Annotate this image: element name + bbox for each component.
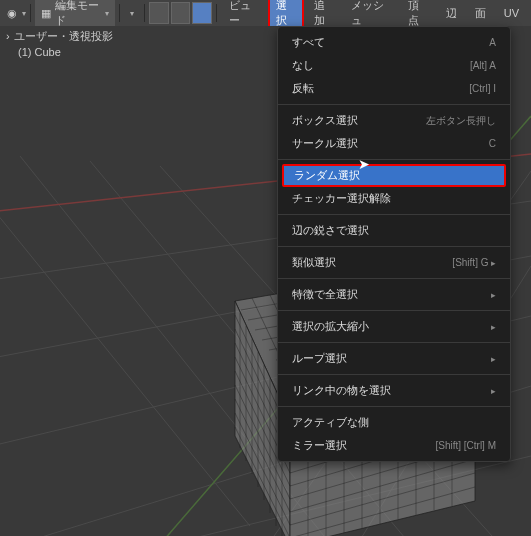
menu-item-loop[interactable]: ループ選択▸ [278,347,510,370]
header-toolbar: ◉ ▾ ▦ 編集モード ▾ ▾ ビュー 選択 追加 メッシュ 頂点 辺 面 UV [0,0,531,27]
menu-item-checker-deselect[interactable]: チェッカー選択解除 [278,187,510,210]
dropdown-icon[interactable]: ▾ [124,4,140,22]
menu-item-all[interactable]: すべてA [278,31,510,54]
menu-item-box-select[interactable]: ボックス選択左ボタン長押し [278,109,510,132]
menu-face[interactable]: 面 [467,2,494,25]
menu-item-mirror[interactable]: ミラー選択[Shift] [Ctrl] M [278,434,510,457]
menu-item-linked[interactable]: リンク中の物を選択▸ [278,379,510,402]
chevron-down-icon: ▾ [105,9,109,18]
face-select-mode[interactable] [192,2,212,24]
menu-item-random-select[interactable]: ランダム選択 [282,164,506,187]
svg-line-0 [0,156,250,526]
menu-item-all-by-trait[interactable]: 特徴で全選択▸ [278,283,510,306]
menu-item-similar[interactable]: 類似選択[Shift] G ▸ [278,251,510,274]
menu-item-invert[interactable]: 反転[Ctrl] I [278,77,510,100]
edit-mode-icon: ▦ [41,7,51,20]
menu-edge[interactable]: 辺 [438,2,465,25]
vertex-select-mode[interactable] [149,2,169,24]
select-menu-dropdown: すべてA なし[Alt] A 反転[Ctrl] I ボックス選択左ボタン長押し … [277,26,511,462]
menu-item-circle-select[interactable]: サークル選択C [278,132,510,155]
submenu-arrow-icon: ▸ [491,386,496,396]
menu-item-none[interactable]: なし[Alt] A [278,54,510,77]
menu-item-active-side[interactable]: アクティブな側 [278,411,510,434]
editor-type-icon[interactable]: ◉ [4,4,20,22]
chevron-down-icon[interactable]: ▾ [22,9,26,18]
menu-item-sharp-edges[interactable]: 辺の鋭さで選択 [278,219,510,242]
submenu-arrow-icon: ▸ [491,322,496,332]
menu-uv[interactable]: UV [496,3,527,23]
submenu-arrow-icon: ▸ [488,258,496,268]
edge-select-mode[interactable] [171,2,191,24]
mode-label: 編集モード [55,0,101,28]
submenu-arrow-icon: ▸ [491,354,496,364]
menu-item-more-less[interactable]: 選択の拡大縮小▸ [278,315,510,338]
submenu-arrow-icon: ▸ [491,290,496,300]
